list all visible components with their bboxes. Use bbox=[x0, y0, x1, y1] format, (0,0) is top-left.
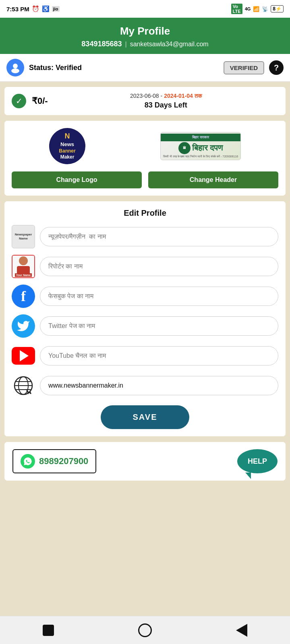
reporter-head bbox=[19, 256, 28, 265]
header-img-sub: किसी भी तरह के खबर पत्र निर्माण जारी के … bbox=[162, 155, 240, 159]
change-header-button[interactable]: Change Header bbox=[148, 171, 278, 188]
news-banner-maker-logo: N News Banner Maker bbox=[49, 128, 85, 164]
network-4g-icon: 4G bbox=[245, 6, 251, 11]
circle-icon bbox=[138, 623, 152, 637]
status-text: Status: Verified bbox=[29, 64, 219, 72]
save-btn-wrap: SAVE bbox=[12, 405, 278, 429]
battery-icon: 8⚡ bbox=[271, 5, 284, 12]
days-left: 83 Days Left bbox=[54, 101, 278, 109]
time-display: 7:53 PM bbox=[6, 6, 29, 12]
subscription-dates: 2023-06-08 - 2024-01-04 तक bbox=[54, 93, 278, 99]
whatsapp-icon bbox=[21, 454, 35, 469]
help-label: HELP bbox=[248, 457, 267, 466]
verified-badge[interactable]: VERIFIED bbox=[224, 61, 264, 74]
youtube-icon-wrap bbox=[12, 344, 35, 367]
logo-text-banner: Banner bbox=[59, 148, 75, 155]
twitter-icon bbox=[12, 314, 35, 338]
end-date: 2024-01-04 bbox=[164, 93, 193, 99]
contact-section: 8989207900 HELP bbox=[4, 442, 286, 481]
edit-profile-section: Edit Profile NewspaperName Your Name f bbox=[4, 201, 286, 437]
header-hindi-text: बिहार दपण bbox=[192, 143, 223, 153]
date-dash: - bbox=[159, 93, 164, 99]
status-time: 7:53 PM ⏰ ♿ jio bbox=[6, 5, 60, 12]
logo-btn-row: Change Logo Change Header bbox=[12, 171, 278, 188]
start-date: 2023-06-08 bbox=[130, 93, 159, 99]
your-name-label: Your Name bbox=[15, 273, 32, 277]
page-title: My Profile bbox=[8, 25, 282, 37]
status-bar: 7:53 PM ⏰ ♿ jio VoLTE 4G 📶 📡 8⚡ bbox=[0, 0, 290, 18]
svg-point-0 bbox=[13, 64, 18, 68]
reporter-body bbox=[17, 266, 30, 273]
bottom-nav bbox=[0, 616, 290, 644]
subscription-info: 2023-06-08 - 2024-01-04 तक 83 Days Left bbox=[54, 93, 278, 109]
logo-section: N News Banner Maker बिहार सरकार 🏛 बिहार … bbox=[4, 120, 286, 196]
youtube-input[interactable] bbox=[40, 346, 278, 365]
help-bubble[interactable]: HELP bbox=[237, 449, 278, 473]
website-icon bbox=[12, 374, 35, 397]
end-suffix: तक bbox=[193, 93, 202, 99]
twitter-input[interactable] bbox=[40, 316, 278, 336]
carrier-icon: jio bbox=[52, 6, 60, 12]
newspaper-input[interactable] bbox=[40, 227, 278, 246]
square-icon bbox=[43, 625, 54, 636]
twitter-row bbox=[12, 314, 278, 338]
check-icon: ✓ bbox=[12, 94, 26, 108]
status-value: Verified bbox=[56, 64, 82, 72]
avatar-icon bbox=[6, 59, 24, 76]
reporter-input[interactable] bbox=[40, 257, 278, 276]
alarm-icon: ⏰ bbox=[32, 5, 39, 12]
header: My Profile 8349185683 | sanketsawla34@gm… bbox=[0, 18, 290, 54]
reporter-icon: Your Name bbox=[12, 255, 35, 278]
reporter-avatar: Your Name bbox=[12, 256, 34, 277]
status-icons: VoLTE 4G 📶 📡 8⚡ bbox=[231, 4, 284, 14]
header-phone: 8349185683 bbox=[81, 40, 122, 48]
nav-back-button[interactable] bbox=[233, 621, 251, 639]
triangle-icon bbox=[236, 624, 247, 637]
facebook-icon: f bbox=[12, 285, 35, 308]
volte-icon: VoLTE bbox=[231, 4, 242, 14]
logo-n: N bbox=[65, 132, 70, 141]
newspaper-row: NewspaperName bbox=[12, 225, 278, 248]
whatsapp-box[interactable]: 8989207900 bbox=[12, 449, 96, 473]
save-button[interactable]: SAVE bbox=[101, 405, 190, 429]
subscription-card: ✓ ₹0/- 2023-06-08 - 2024-01-04 तक 83 Day… bbox=[4, 87, 286, 116]
whatsapp-number: 8989207900 bbox=[39, 456, 88, 466]
youtube-row bbox=[12, 344, 278, 367]
newspaper-icon: NewspaperName bbox=[12, 225, 35, 248]
logo-row: N News Banner Maker बिहार सरकार 🏛 बिहार … bbox=[12, 128, 278, 164]
youtube-icon bbox=[12, 347, 35, 365]
header-email: sanketsawla34@gmail.com bbox=[130, 41, 209, 48]
header-divider: | bbox=[125, 41, 126, 48]
logo-text-news: News bbox=[60, 141, 74, 148]
help-circle-icon[interactable]: ? bbox=[269, 60, 284, 75]
website-input[interactable] bbox=[40, 376, 278, 395]
svg-point-1 bbox=[11, 68, 19, 73]
yt-play-icon bbox=[20, 350, 29, 361]
logo-text-maker: Maker bbox=[60, 154, 75, 161]
subscription-amount: ₹0/- bbox=[32, 96, 48, 106]
header-image: बिहार सरकार 🏛 बिहार दपण किसी भी तरह के ख… bbox=[160, 132, 241, 160]
nav-square-button[interactable] bbox=[39, 621, 57, 639]
edit-profile-title: Edit Profile bbox=[12, 208, 278, 218]
reporter-row: Your Name bbox=[12, 255, 278, 278]
signal-icon: 📶 bbox=[253, 6, 259, 12]
verified-bar: Status: Verified VERIFIED ? bbox=[0, 54, 290, 82]
change-logo-button[interactable]: Change Logo bbox=[12, 171, 142, 188]
header-contact: 8349185683 | sanketsawla34@gmail.com bbox=[8, 40, 282, 48]
status-label: Status: bbox=[29, 64, 56, 72]
help-bubble-bg: HELP bbox=[237, 449, 278, 473]
facebook-input[interactable] bbox=[40, 287, 278, 306]
accessibility-icon: ♿ bbox=[42, 5, 50, 12]
facebook-row: f bbox=[12, 285, 278, 308]
website-row bbox=[12, 374, 278, 397]
nav-home-button[interactable] bbox=[136, 621, 154, 639]
wifi-icon: 📡 bbox=[262, 6, 268, 12]
